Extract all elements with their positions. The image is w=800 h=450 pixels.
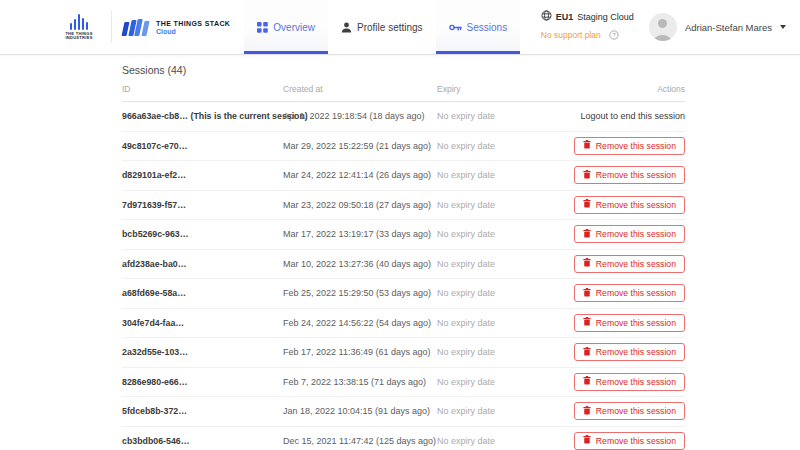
user-menu[interactable]: Adrian-Stefan Mares (649, 13, 786, 41)
session-id: afd238ae-ba0… (122, 259, 187, 269)
tab-sessions[interactable]: Sessions (436, 0, 521, 54)
session-id: 5fdceb8b-372… (122, 406, 187, 416)
table-row: 7d971639-f57… Mar 23, 2022 09:50:18 (27 … (122, 191, 685, 221)
session-expiry: No expiry date (437, 170, 567, 180)
session-id: 304fe7d4-faa… (122, 318, 184, 328)
session-created: Mar 24, 2022 12:41:14 (26 days ago) (283, 170, 437, 180)
globe-icon (541, 10, 552, 23)
session-action-cell: Remove this session (574, 166, 685, 184)
page-title: Sessions (44) (122, 64, 685, 77)
session-created: Feb 24, 2022 14:56:22 (54 days ago) (283, 318, 437, 328)
remove-session-button[interactable]: Remove this session (574, 255, 685, 273)
table-row: 304fe7d4-faa… Feb 24, 2022 14:56:22 (54 … (122, 309, 685, 339)
session-id: a68fd69e-58a… (122, 288, 186, 298)
session-created: Mar 23, 2022 09:50:18 (27 days ago) (283, 200, 437, 210)
chevron-down-icon (780, 25, 786, 29)
remove-session-button[interactable]: Remove this session (574, 432, 685, 450)
session-action-cell: Remove this session (574, 402, 685, 420)
remove-session-button[interactable]: Remove this session (574, 284, 685, 302)
session-id: 966a63ae-cb8… (122, 111, 188, 121)
session-created: Mar 17, 2022 13:19:17 (33 days ago) (283, 229, 437, 239)
trash-icon (583, 199, 591, 210)
remove-session-button[interactable]: Remove this session (574, 343, 685, 361)
table-row: cb3bdb06-546… Dec 15, 2021 11:47:42 (125… (122, 427, 685, 450)
remove-session-label: Remove this session (596, 347, 676, 357)
grid-icon (257, 22, 268, 33)
trash-icon (583, 258, 591, 269)
table-row: 49c8107c-e70… Mar 29, 2022 15:22:59 (21 … (122, 132, 685, 162)
tab-overview[interactable]: Overview (244, 0, 328, 54)
session-expiry: No expiry date (437, 377, 567, 387)
svg-text:?: ? (612, 31, 616, 38)
session-expiry: No expiry date (437, 111, 567, 121)
trash-icon (583, 140, 591, 151)
session-action-cell: Remove this session (574, 255, 685, 273)
session-expiry: No expiry date (437, 259, 567, 269)
remove-session-label: Remove this session (596, 318, 676, 328)
tab-label: Sessions (467, 22, 508, 33)
session-expiry: No expiry date (437, 347, 567, 357)
key-icon (449, 23, 462, 32)
user-name: Adrian-Stefan Mares (685, 22, 772, 33)
table-row: 2a32d55e-103… Feb 17, 2022 11:36:49 (61 … (122, 338, 685, 368)
table-row: d829101a-ef2… Mar 24, 2022 12:41:14 (26 … (122, 161, 685, 191)
remove-session-button[interactable]: Remove this session (574, 314, 685, 332)
table-row: 5fdceb8b-372… Jan 18, 2022 10:04:15 (91 … (122, 397, 685, 427)
session-action-cell: Remove this session (574, 284, 685, 302)
table-row: a68fd69e-58a… Feb 25, 2022 15:29:50 (53 … (122, 279, 685, 309)
trash-icon (583, 170, 591, 181)
trash-icon (583, 406, 591, 417)
app-header: THE THINGS INDUSTRIES THE THINGS STACK C… (0, 0, 800, 55)
table-header: ID Created at Expiry Actions (122, 77, 685, 102)
remove-session-button[interactable]: Remove this session (574, 402, 685, 420)
session-action-cell: Remove this session (574, 137, 685, 155)
brand-divider (111, 11, 112, 43)
session-id: 8286e980-e66… (122, 377, 188, 387)
main-nav: Overview Profile settings Sessions (244, 0, 520, 54)
table-row: 8286e980-e66… Feb 7, 2022 13:38:15 (71 d… (122, 368, 685, 398)
session-action-cell: Logout to end this session (580, 111, 685, 121)
trash-icon (583, 435, 591, 446)
remove-session-label: Remove this session (596, 200, 676, 210)
session-created: Dec 15, 2021 11:47:42 (125 days ago) (283, 436, 437, 446)
session-expiry: No expiry date (437, 406, 567, 416)
session-expiry: No expiry date (437, 436, 567, 446)
things-stack-label: THE THINGS STACK (156, 20, 230, 27)
session-id: cb3bdb06-546… (122, 436, 189, 446)
tab-profile-settings[interactable]: Profile settings (328, 0, 436, 54)
session-action-cell: Remove this session (574, 225, 685, 243)
remove-session-label: Remove this session (596, 436, 676, 446)
session-created: Feb 7, 2022 13:38:15 (71 days ago) (283, 377, 437, 387)
remove-session-label: Remove this session (596, 141, 676, 151)
remove-session-button[interactable]: Remove this session (574, 373, 685, 391)
table-row: afd238ae-ba0… Mar 10, 2022 13:27:36 (40 … (122, 250, 685, 280)
session-action-cell: Remove this session (574, 196, 685, 214)
support-plan-link[interactable]: No support plan (541, 30, 601, 40)
col-id: ID (122, 84, 283, 94)
remove-session-label: Remove this session (596, 377, 676, 387)
table-row: bcb5269c-963… Mar 17, 2022 13:19:17 (33 … (122, 220, 685, 250)
remove-session-button[interactable]: Remove this session (574, 196, 685, 214)
remove-session-label: Remove this session (596, 406, 676, 416)
session-id: 49c8107c-e70… (122, 141, 188, 151)
tab-label: Overview (273, 22, 315, 33)
remove-session-button[interactable]: Remove this session (574, 225, 685, 243)
session-expiry: No expiry date (437, 200, 567, 210)
cluster-name: Staging Cloud (577, 12, 634, 22)
remove-session-button[interactable]: Remove this session (574, 137, 685, 155)
avatar (649, 13, 677, 41)
col-actions: Actions (657, 84, 685, 94)
logout-session-text: Logout to end this session (580, 111, 685, 121)
table-row: 966a63ae-cb8… (This is the current sessi… (122, 102, 685, 132)
session-id: d829101a-ef2… (122, 170, 186, 180)
session-expiry: No expiry date (437, 318, 567, 328)
sessions-table: ID Created at Expiry Actions 966a63ae-cb… (122, 77, 685, 450)
session-action-cell: Remove this session (574, 432, 685, 450)
trash-icon (583, 288, 591, 299)
tab-label: Profile settings (357, 22, 423, 33)
stack-icon (123, 18, 149, 36)
session-id: 7d971639-f57… (122, 200, 186, 210)
remove-session-button[interactable]: Remove this session (574, 166, 685, 184)
remove-session-label: Remove this session (596, 288, 676, 298)
help-icon[interactable]: ? (609, 26, 619, 44)
